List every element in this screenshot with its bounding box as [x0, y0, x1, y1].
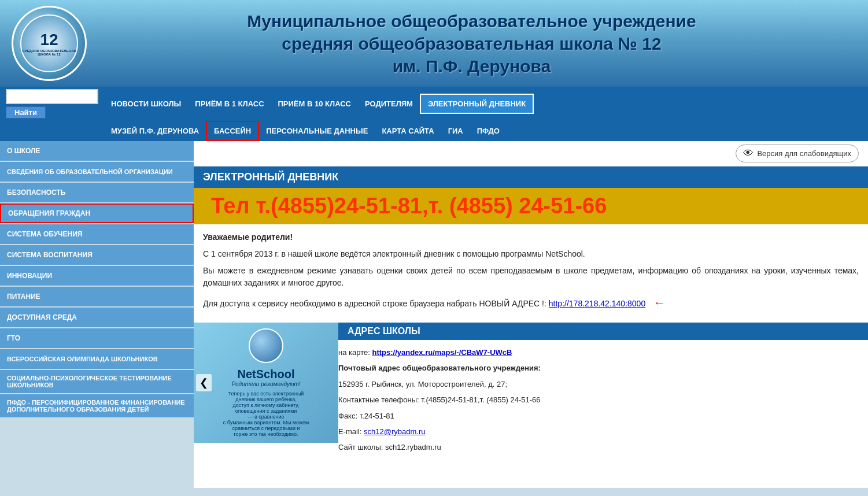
nav-personal[interactable]: ПЕРСОНАЛЬНЫЕ ДАННЫЕ — [259, 121, 375, 141]
arrow-indicator-link: ← — [653, 296, 665, 309]
address-site: Сайт школы: sch12.rybadm.ru — [338, 441, 868, 454]
para2: С 1 сентября 2013 г. в нашей школе ведёт… — [203, 248, 859, 260]
section-title: ЭЛЕКТРОННЫЙ ДНЕВНИК — [203, 171, 859, 183]
address-line-0: Почтовый адрес общеобразовательного учре… — [338, 361, 868, 375]
nav-muzey[interactable]: МУЗЕЙ П.Ф. ДЕРУНОВА — [104, 121, 206, 141]
netschool-recommend-text: Родители рекомендуют! — [231, 381, 300, 387]
address-email: E-mail: sch12@rybadm.ru — [338, 425, 868, 438]
nav-links-row1: НОВОСТИ ШКОЛЫ ПРИЁМ В 1 КЛАСС ПРИЁМ В 10… — [104, 87, 868, 121]
content-section-header: ЭЛЕКТРОННЫЙ ДНЕВНИК — [194, 166, 868, 188]
content-body: Уважаемые родители! С 1 сентября 2013 г.… — [194, 224, 868, 323]
school-logo: 12 СРЕДНЯЯ ОБРАЗОВАТЕЛЬНАЯШКОЛА № 12 — [12, 6, 87, 81]
sidebar-item-sistema-obuch[interactable]: СИСТЕМА ОБУЧЕНИЯ — [0, 224, 194, 244]
main-layout: О ШКОЛЕ СВЕДЕНИЯ ОБ ОБРАЗОВАТЕЛЬНОЙ ОРГА… — [0, 141, 868, 488]
address-section: АДРЕС ШКОЛЫ на карте: https://yandex.ru/… — [338, 323, 868, 462]
page-header: 12 СРЕДНЯЯ ОБРАЗОВАТЕЛЬНАЯШКОЛА № 12 Мун… — [0, 0, 868, 87]
sidebar-item-gto[interactable]: ГТО — [0, 328, 194, 348]
email-link[interactable]: sch12@rybadm.ru — [364, 427, 425, 436]
nav-priem10[interactable]: ПРИЁМ В 10 КЛАСС — [271, 95, 358, 113]
search-input[interactable] — [6, 89, 98, 104]
navigation: Найти НОВОСТИ ШКОЛЫ ПРИЁМ В 1 КЛАСС ПРИЁ… — [0, 87, 868, 141]
sidebar-item-o-shkole[interactable]: О ШКОЛЕ — [0, 141, 194, 161]
sidebar-item-sistema-vospit[interactable]: СИСТЕМА ВОСПИТАНИЯ — [0, 245, 194, 265]
sidebar-item-bezopasnost[interactable]: БЕЗОПАСНОСТЬ — [0, 183, 194, 202]
address-line-3: Факс: т.24-51-81 — [338, 409, 868, 423]
nav-row-1: Найти НОВОСТИ ШКОЛЫ ПРИЁМ В 1 КЛАСС ПРИЁ… — [0, 87, 868, 121]
para3: Вы можете в ежедневном режиме узнавать о… — [203, 265, 859, 289]
para4: Для доступа к сервису необходимо в адрес… — [203, 294, 859, 311]
carousel-prev-button[interactable]: ❮ — [196, 374, 212, 391]
netschool-desc: Теперь у вас есть электронныйдневник ваш… — [223, 391, 309, 437]
para1: Уважаемые родители! — [203, 231, 859, 243]
netschool-image: ❮ NetSchool Родители рекомендуют! Теперь… — [194, 323, 338, 443]
sidebar-item-psych-test[interactable]: СОЦИАЛЬНО-ПСИХОЛОГИЧЕСКОЕ ТЕСТИРОВАНИЕ Ш… — [0, 370, 194, 393]
sidebar-item-svedeniya[interactable]: СВЕДЕНИЯ ОБ ОБРАЗОВАТЕЛЬНОЙ ОРГАНИЗАЦИИ — [0, 162, 194, 182]
bottom-layout: ❮ NetSchool Родители рекомендуют! Теперь… — [194, 323, 868, 462]
content-area: 👁 Версия для слабовидящих ЭЛЕКТРОННЫЙ ДН… — [194, 141, 868, 488]
sidebar-item-pfdo[interactable]: ПФДО - ПЕРСОНИФИЦИРОВАННОЕ ФИНАНСИРОВАНИ… — [0, 394, 194, 417]
sidebar-item-dostupnaya[interactable]: ДОСТУПНАЯ СРЕДА — [0, 308, 194, 327]
phone-number: Тел т.(4855)24-51-81,т. (4855) 24-51-66 — [211, 194, 607, 219]
nav-dnevnik[interactable]: ЭЛЕКТРОННЫЙ ДНЕВНИК — [420, 94, 534, 114]
address-header: АДРЕС ШКОЛЫ — [338, 323, 868, 340]
address-title: АДРЕС ШКОЛЫ — [348, 326, 859, 336]
search-button[interactable]: Найти — [6, 106, 46, 119]
map-link[interactable]: https://yandex.ru/maps/-/CBaW7-UWcB — [372, 348, 512, 357]
nav-novosti[interactable]: НОВОСТИ ШКОЛЫ — [104, 95, 188, 113]
search-area: Найти — [0, 87, 104, 121]
logo-number: 12 — [40, 31, 58, 49]
diary-link[interactable]: http://178.218.42.140:8000 — [549, 299, 645, 308]
netschool-area-container: ❮ NetSchool Родители рекомендуют! Теперь… — [194, 323, 338, 462]
nav-bassein[interactable]: БАССЕЙН — [206, 121, 259, 141]
version-label: Версия для слабовидящих — [757, 149, 851, 158]
version-bar: 👁 Версия для слабовидящих — [194, 141, 868, 166]
sidebar-item-olimpiada[interactable]: ВСЕРОССИЙСКАЯ ОЛИМПИАДА ШКОЛЬНИКОВ — [0, 349, 194, 369]
nav-pfdo[interactable]: ПФДО — [470, 121, 507, 141]
address-body: на карте: https://yandex.ru/maps/-/CBaW7… — [338, 340, 868, 462]
school-title: Муниципальное общеобразовательное учрежд… — [87, 10, 856, 77]
nav-gia[interactable]: ГИА — [441, 121, 470, 141]
eye-icon: 👁 — [743, 147, 754, 160]
sidebar: О ШКОЛЕ СВЕДЕНИЯ ОБ ОБРАЗОВАТЕЛЬНОЙ ОРГА… — [0, 141, 194, 488]
sidebar-item-innovacii[interactable]: ИННОВАЦИИ — [0, 266, 194, 286]
vision-btn[interactable]: 👁 Версия для слабовидящих — [736, 145, 859, 162]
sidebar-item-pitanie[interactable]: ПИТАНИЕ — [0, 287, 194, 306]
sidebar-item-obrashcheniya[interactable]: ОБРАЩЕНИЯ ГРАЖДАН — [0, 203, 194, 223]
address-line-2: Контактные телефоны: т.(4855)24-51-81,т.… — [338, 393, 868, 406]
netschool-globe-icon — [249, 328, 283, 363]
address-map: на карте: https://yandex.ru/maps/-/CBaW7… — [338, 346, 868, 359]
title-line1: Муниципальное общеобразовательное учрежд… — [87, 10, 856, 77]
address-line-1: 152935 г. Рыбинск, ул. Моторостроителей,… — [338, 377, 868, 391]
nav-roditelyam[interactable]: РОДИТЕЛЯМ — [358, 95, 420, 113]
netschool-logo-text: NetSchool — [238, 368, 295, 381]
nav-priem1[interactable]: ПРИЁМ В 1 КЛАСС — [188, 95, 271, 113]
nav-row-2: МУЗЕЙ П.Ф. ДЕРУНОВА БАССЕЙН ПЕРСОНАЛЬНЫЕ… — [0, 121, 868, 141]
nav-karta[interactable]: КАРТА САЙТА — [375, 121, 441, 141]
phone-overlay: Тел т.(4855)24-51-81,т. (4855) 24-51-66 — [194, 188, 868, 224]
